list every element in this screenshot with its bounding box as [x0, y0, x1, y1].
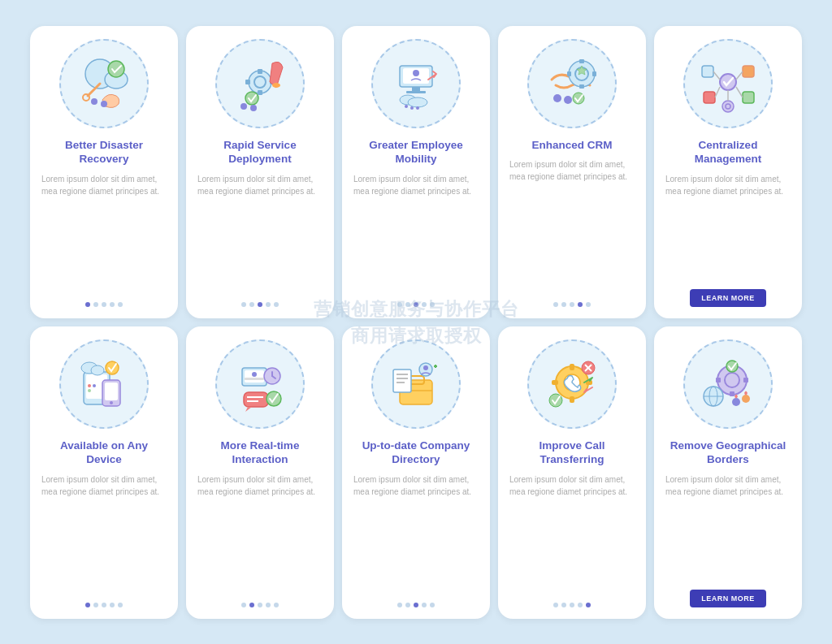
- svg-rect-38: [704, 92, 715, 103]
- svg-rect-10: [258, 90, 262, 95]
- svg-rect-95: [730, 391, 734, 396]
- rapid-service-icon: [228, 51, 292, 116]
- svg-point-6: [101, 101, 107, 107]
- dot: [102, 302, 106, 307]
- card-rapid-service-deployment: Rapid Service Deployment Lorem ipsum dol…: [186, 26, 334, 318]
- svg-rect-86: [552, 380, 558, 385]
- dot: [578, 302, 583, 307]
- card-title: Improve Call Transferring: [509, 439, 635, 467]
- card-body: Lorem ipsum dolor sit dim amet, mea regi…: [197, 473, 323, 594]
- svg-rect-62: [245, 378, 264, 380]
- card-title: Rapid Service Deployment: [197, 138, 323, 166]
- dot: [249, 302, 254, 307]
- svg-point-34: [564, 96, 572, 104]
- svg-rect-37: [702, 66, 713, 77]
- centralized-management-icon: [696, 51, 760, 116]
- dot: [241, 302, 246, 307]
- dot: [553, 603, 558, 607]
- svg-point-58: [88, 389, 91, 392]
- svg-rect-85: [570, 396, 574, 403]
- card-body: Lorem ipsum dolor sit dim amet, mea regi…: [197, 173, 323, 294]
- dot: [266, 603, 271, 607]
- dots: [241, 603, 279, 607]
- dots: [553, 603, 591, 607]
- dot: [85, 302, 90, 307]
- dots: [553, 302, 591, 307]
- svg-line-43: [736, 71, 743, 80]
- svg-point-14: [245, 92, 258, 105]
- dot: [430, 302, 435, 307]
- card-remove-geographical-borders: Remove Geographical Borders Lorem ipsum …: [654, 326, 802, 619]
- svg-point-56: [88, 384, 91, 387]
- svg-point-61: [252, 372, 257, 377]
- svg-rect-39: [743, 66, 754, 77]
- svg-rect-66: [244, 392, 268, 407]
- icon-circle-employee-mobility: [371, 39, 461, 128]
- icon-circle-disaster-recovery: [59, 39, 149, 128]
- svg-line-44: [736, 87, 743, 97]
- icon-circle-enhanced-crm: [527, 39, 617, 128]
- card-grid: Better Disaster Recovery Lorem ipsum dol…: [17, 13, 815, 632]
- svg-point-4: [108, 61, 124, 77]
- svg-rect-97: [743, 378, 748, 383]
- svg-point-13: [272, 83, 280, 88]
- svg-rect-96: [716, 378, 721, 383]
- learn-more-button-2[interactable]: LEARN MORE: [690, 590, 766, 607]
- card-body: Lorem ipsum dolor sit dim amet, mea regi…: [41, 473, 167, 594]
- dot: [586, 603, 591, 607]
- card-body: Lorem ipsum dolor sit dim amet, mea regi…: [665, 173, 791, 283]
- dots: [241, 302, 279, 307]
- svg-point-5: [91, 98, 98, 105]
- dot: [110, 302, 115, 307]
- dot: [274, 302, 279, 307]
- card-title: Enhanced CRM: [531, 138, 612, 153]
- card-greater-employee-mobility: Greater Employee Mobility Lorem ipsum do…: [342, 26, 490, 318]
- svg-point-26: [413, 70, 419, 76]
- card-company-directory: Up-to-date Company Directory Lorem ipsum…: [342, 326, 490, 619]
- svg-point-7: [249, 71, 271, 93]
- svg-point-79: [423, 365, 428, 370]
- svg-line-42: [715, 87, 720, 97]
- svg-point-3: [83, 94, 89, 101]
- icon-circle-call-transferring: [527, 339, 617, 429]
- svg-point-52: [110, 401, 113, 404]
- svg-rect-32: [592, 71, 596, 76]
- card-title: More Real-time Interaction: [197, 439, 323, 467]
- dot: [578, 603, 583, 607]
- svg-rect-20: [406, 91, 426, 93]
- company-directory-icon: [384, 352, 448, 417]
- card-title: Better Disaster Recovery: [41, 138, 167, 166]
- svg-rect-40: [743, 92, 754, 103]
- dot: [241, 603, 246, 607]
- card-title: Remove Geographical Borders: [665, 439, 791, 467]
- learn-more-button[interactable]: LEARN MORE: [690, 289, 766, 307]
- dot: [93, 603, 98, 607]
- card-title: Available on Any Device: [41, 439, 167, 467]
- dots: [85, 302, 123, 307]
- dot: [586, 302, 591, 307]
- svg-rect-29: [579, 59, 584, 63]
- card-available-any-device: Available on Any Device Lorem ipsum dolo…: [30, 326, 178, 619]
- dot: [422, 302, 427, 307]
- dot: [249, 603, 254, 607]
- dot: [110, 603, 115, 607]
- icon-circle-rapid-service: [215, 39, 305, 128]
- real-time-icon: [228, 352, 292, 417]
- card-enhanced-crm: Enhanced CRM Lorem ipsum dolor sit dim a…: [498, 26, 646, 318]
- svg-point-54: [91, 365, 104, 375]
- icon-circle-centralized-management: [683, 39, 773, 128]
- svg-point-103: [742, 395, 750, 403]
- svg-rect-31: [567, 71, 571, 76]
- dot: [102, 603, 106, 607]
- any-device-icon: [72, 352, 136, 417]
- dot: [266, 302, 271, 307]
- dot: [397, 302, 402, 307]
- icon-circle-real-time: [215, 339, 305, 429]
- icon-circle-any-device: [59, 339, 149, 429]
- dots: [397, 302, 435, 307]
- icon-circle-company-directory: [371, 339, 461, 429]
- svg-point-27: [569, 61, 595, 87]
- dot: [430, 603, 435, 607]
- dot: [274, 603, 279, 607]
- svg-point-24: [410, 106, 414, 110]
